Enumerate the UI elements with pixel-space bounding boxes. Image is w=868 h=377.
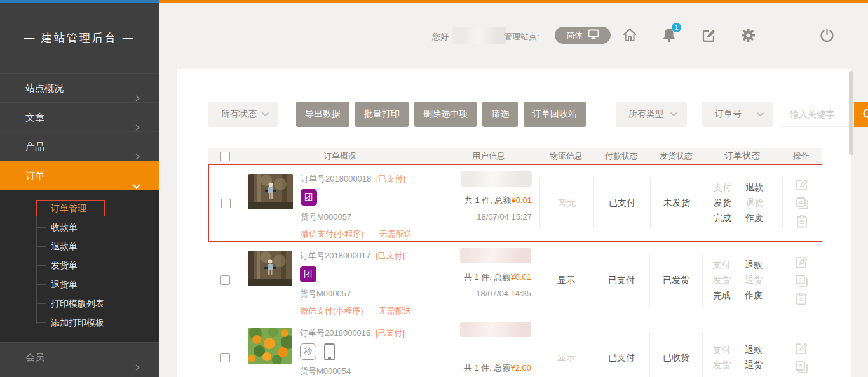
table-row: 订单号2018000016 [已支付] 秒 货号M000054 共 1 件, 总… [208, 319, 822, 377]
edit-order-icon[interactable] [794, 177, 810, 192]
redacted-buyer-name [461, 171, 532, 187]
submenu-item-order-management[interactable]: 订单管理 [0, 199, 159, 218]
settings-gear-icon[interactable] [740, 25, 756, 44]
order-amount: ¥0.01 [510, 272, 531, 282]
sidebar-item-label: 产品 [25, 141, 44, 152]
action-refund[interactable]: 退款 [745, 182, 777, 194]
submenu-item-label: 订单管理 [36, 200, 105, 216]
power-logout-icon[interactable] [818, 25, 835, 44]
logistics-status: 显示 [539, 319, 593, 377]
apps-grid-icon[interactable] [779, 25, 796, 44]
language-label: 简体 [566, 30, 583, 41]
action-complete[interactable]: 完成 [713, 290, 745, 301]
paid-tag: [已支付] [376, 174, 405, 183]
action-refund[interactable]: 退款 [745, 260, 776, 271]
submenu-item-refund-orders[interactable]: 退款单 [0, 237, 159, 256]
keyword-search-input[interactable] [782, 102, 854, 127]
orders-toolbar: 所有状态 导出数据 批量打印 删除选中项 筛选 订单回收站 所有类型 订单号 [208, 102, 868, 127]
action-refund[interactable]: 退款 [745, 345, 776, 356]
submenu-item-label: 添加打印模板 [51, 317, 104, 327]
shipping-status: 已发货 [650, 242, 702, 319]
select-all-checkbox[interactable] [220, 152, 230, 161]
action-pay: 支付 [713, 345, 745, 356]
sidebar-item-articles[interactable]: 文章 [0, 102, 159, 131]
mobile-order-icon [324, 343, 335, 360]
sidebar-item-site-overview[interactable]: 站点概况 [0, 73, 159, 102]
row-checkbox[interactable] [220, 275, 230, 285]
submenu-item-add-print-template[interactable]: 添加打印模板 [0, 313, 159, 332]
sidebar-item-label: 站点概况 [25, 83, 64, 93]
greeting-text: 您好 [432, 31, 449, 43]
redacted-buyer-name [460, 322, 531, 337]
logistics-status: 暂无 [540, 165, 593, 241]
header-user-info: 用户信息 [438, 150, 539, 162]
export-data-button[interactable]: 导出数据 [296, 102, 349, 127]
print-order-icon[interactable] [794, 195, 810, 211]
action-complete[interactable]: 完成 [714, 213, 745, 224]
sidebar-item-label: 会员 [25, 352, 44, 362]
item-number: 货号M000057 [300, 288, 412, 300]
submenu-item-shipping-orders[interactable]: 发货单 [0, 256, 159, 275]
table-row: 订单号2018000017 [已支付] 团 货号M000057 微信支付(小程序… [208, 242, 822, 319]
payment-status: 已支付 [593, 319, 649, 377]
pay-method-label: 微信支付(小程序) [300, 305, 363, 317]
paid-tag: [已支付] [376, 328, 405, 338]
orders-panel: 所有状态 导出数据 批量打印 删除选中项 筛选 订单回收站 所有类型 订单号 订… [177, 69, 851, 377]
action-ship[interactable]: 发货 [714, 197, 745, 209]
delivery-method-label: 无需配送 [379, 305, 412, 317]
order-status-actions: 支付 退款 发货 退货 [703, 319, 782, 377]
notification-badge: 1 [672, 23, 681, 32]
action-return[interactable]: 退货 [745, 360, 776, 371]
shipping-status: 已收货 [650, 319, 702, 377]
product-image[interactable] [248, 328, 292, 364]
action-void[interactable]: 作废 [745, 213, 777, 224]
home-icon[interactable] [621, 25, 638, 44]
search-button[interactable] [854, 102, 868, 127]
search-field-dropdown[interactable]: 订单号 [702, 102, 773, 127]
edit-order-icon[interactable] [794, 341, 809, 356]
type-filter-value: 所有类型 [628, 109, 664, 120]
submenu-item-print-template-list[interactable]: 打印模版列表 [0, 294, 159, 313]
order-recycle-bin-button[interactable]: 订单回收站 [524, 102, 586, 127]
sidebar-item-products[interactable]: 产品 [0, 131, 159, 161]
sidebar-item-members[interactable]: 会员 [0, 342, 159, 371]
status-filter-dropdown[interactable]: 所有状态 [208, 102, 278, 127]
logistics-status[interactable]: 显示 [539, 242, 593, 319]
row-checkbox[interactable] [220, 353, 230, 362]
order-datetime: 18/07/04 15:27 [439, 212, 532, 222]
language-switch-button[interactable]: 简体 [555, 27, 611, 44]
scrollbar-thumb[interactable] [849, 71, 853, 155]
top-strip-orange [159, 0, 868, 3]
submenu-item-label: 发货单 [51, 260, 78, 270]
edit-order-icon[interactable] [794, 255, 809, 270]
row-checkbox[interactable] [221, 199, 231, 208]
item-number: 货号M000057 [301, 211, 412, 223]
order-note-icon[interactable] [794, 214, 810, 229]
filter-button[interactable]: 筛选 [482, 102, 518, 127]
sidebar-item-orders[interactable]: 订单 [0, 161, 159, 190]
action-void[interactable]: 作废 [745, 290, 776, 301]
submenu-item-return-orders[interactable]: 退货单 [0, 275, 159, 294]
type-filter-dropdown[interactable]: 所有类型 [616, 102, 687, 127]
action-return: 退货 [745, 197, 777, 209]
order-note-icon[interactable] [794, 291, 809, 307]
order-number: 订单号2018000018 [301, 174, 371, 183]
delete-selected-button[interactable]: 删除选中项 [414, 102, 477, 127]
chevron-down-icon [670, 112, 678, 117]
row-operations [782, 242, 820, 319]
product-image[interactable] [248, 251, 292, 286]
print-order-icon[interactable] [794, 359, 809, 374]
edit-icon[interactable] [700, 25, 717, 44]
submenu-item-receipts[interactable]: 收款单 [0, 218, 159, 237]
table-row: 订单号2018000018 [已支付] 团 货号M000057 微信支付(小程序… [208, 164, 822, 242]
print-order-icon[interactable] [794, 273, 809, 288]
notifications-bell-icon[interactable]: 1 [661, 25, 677, 44]
chevron-down-icon [261, 112, 269, 117]
app-title: — 建站管理后台 — [0, 30, 159, 45]
order-number: 订单号2018000016 [300, 328, 370, 338]
product-image[interactable] [248, 174, 293, 209]
batch-print-button[interactable]: 批量打印 [355, 102, 409, 127]
shipping-status: 未发货 [651, 165, 703, 241]
order-amount: ¥0.01 [511, 195, 532, 205]
redacted-buyer-name [460, 248, 531, 263]
